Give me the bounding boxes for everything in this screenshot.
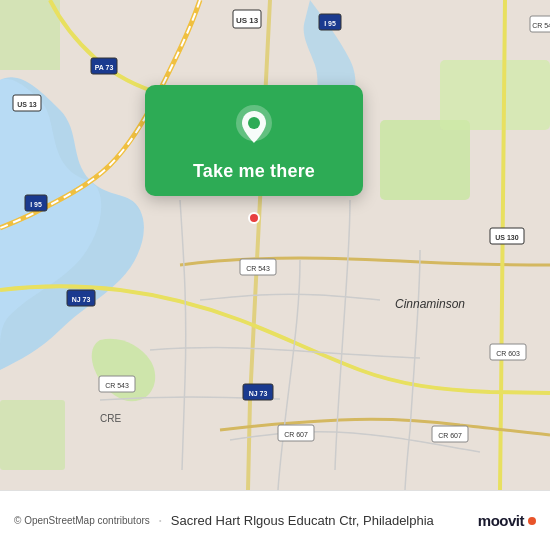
svg-text:CR 543: CR 543 <box>246 265 270 272</box>
svg-point-37 <box>249 213 259 223</box>
svg-text:I 95: I 95 <box>324 20 336 27</box>
copyright-text: © OpenStreetMap contributors <box>14 515 150 526</box>
svg-text:PA 73: PA 73 <box>95 64 114 71</box>
svg-text:CR 607: CR 607 <box>284 431 308 438</box>
svg-text:US 13: US 13 <box>17 101 37 108</box>
svg-rect-2 <box>440 60 550 130</box>
location-pin-icon <box>230 103 278 151</box>
svg-text:NJ 73: NJ 73 <box>72 296 91 303</box>
map-svg: US 13 I 95 CR 543 PA 73 US 13 I 95 I 95 … <box>0 0 550 490</box>
popup-label: Take me there <box>193 161 315 182</box>
bottom-bar: © OpenStreetMap contributors · Sacred Ha… <box>0 490 550 550</box>
svg-text:CRE: CRE <box>100 413 121 424</box>
svg-text:NJ 73: NJ 73 <box>249 390 268 397</box>
svg-rect-1 <box>380 120 470 200</box>
svg-text:CR 607: CR 607 <box>438 432 462 439</box>
svg-text:CR 543: CR 543 <box>532 22 550 29</box>
place-name: Sacred Hart Rlgous Educatn Ctr, Philadel… <box>171 513 470 528</box>
svg-text:US 130: US 130 <box>495 234 518 241</box>
svg-rect-4 <box>0 400 65 470</box>
svg-text:US 13: US 13 <box>236 16 259 25</box>
svg-point-39 <box>248 117 260 129</box>
bottom-divider: · <box>158 510 163 531</box>
svg-text:Cinnaminson: Cinnaminson <box>395 297 465 311</box>
moovit-logo-dot <box>528 517 536 525</box>
svg-rect-3 <box>0 0 60 70</box>
svg-text:I 95: I 95 <box>30 201 42 208</box>
svg-text:CR 543: CR 543 <box>105 382 129 389</box>
popup-card[interactable]: Take me there <box>145 85 363 196</box>
map-container: US 13 I 95 CR 543 PA 73 US 13 I 95 I 95 … <box>0 0 550 490</box>
moovit-logo: moovit <box>478 512 536 529</box>
moovit-logo-text: moovit <box>478 512 524 529</box>
svg-text:CR 603: CR 603 <box>496 350 520 357</box>
